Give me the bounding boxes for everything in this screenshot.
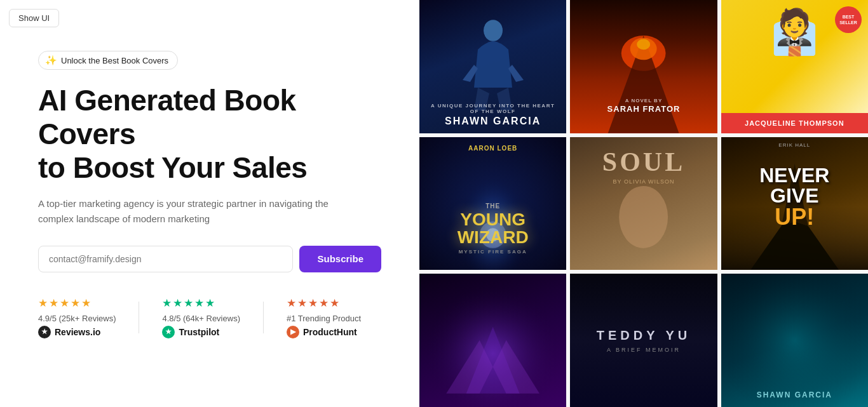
- book-cover-young-wizard: AARON LOEB THE YOUNGWIZARD MYSTIC FIRE S…: [419, 137, 566, 270]
- book-cover-sarah-frator: A NOVEL BY SARAH FRATOR: [570, 0, 717, 133]
- book-cover-teddy-yu: TEDDY YU A BRIEF MEMOIR: [570, 274, 717, 407]
- reviewsio-icon: ★: [38, 326, 51, 338]
- star-p4: ★: [319, 297, 329, 310]
- svg-rect-15: [728, 274, 861, 407]
- stars-trustpilot: ★ ★ ★ ★ ★: [162, 297, 240, 310]
- page-layout: ✨ Unlock the Best Book Covers AI Generat…: [0, 0, 868, 407]
- review-block-reviewsio: ★ ★ ★ ★ ★ 4.9/5 (25k+ Reviews) ★ Reviews…: [38, 297, 116, 338]
- cover-4-text: THE YOUNGWIZARD MYSTIC FIRE SAGA: [419, 195, 566, 262]
- sub-text: A top-tier marketing agency is your stra…: [38, 196, 356, 227]
- star-5: ★: [81, 297, 91, 310]
- reviews-row: ★ ★ ★ ★ ★ 4.9/5 (25k+ Reviews) ★ Reviews…: [38, 297, 381, 338]
- book-cover-shawn-garcia-1: A UNIQUE JOURNEY INTO THE HEART OF THE W…: [419, 0, 566, 133]
- star-p1: ★: [287, 297, 296, 310]
- star-2: ★: [49, 297, 58, 310]
- svg-point-8: [620, 186, 668, 248]
- main-heading: AI Generated Book Covers to Boost Your S…: [38, 84, 381, 185]
- star-4: ★: [71, 297, 80, 310]
- star-p3: ★: [308, 297, 318, 310]
- review-source-reviewsio: ★ Reviews.io: [38, 326, 116, 338]
- cover-3-text: JACQUELINE THOMPSON: [721, 113, 868, 133]
- review-source-trustpilot: ★ Trustpilot: [162, 326, 240, 338]
- badge-icon: ✨: [45, 55, 57, 66]
- cover-8-text: TEDDY YU A BRIEF MEMOIR: [570, 328, 717, 353]
- book-cover-purple-fantasy: [419, 274, 566, 407]
- star-p2: ★: [297, 297, 307, 310]
- review-score-trustpilot: 4.8/5 (64k+ Reviews): [162, 314, 240, 323]
- star-1: ★: [38, 297, 48, 310]
- cover-9-text: SHAWN GARCIA: [721, 390, 868, 399]
- review-source-producthunt: ▶ ProductHunt: [287, 326, 361, 338]
- book-cover-shawn-garcia-2: SHAWN GARCIA: [721, 274, 868, 407]
- review-score-reviewsio: 4.9/5 (25k+ Reviews): [38, 314, 116, 323]
- star-p5: ★: [330, 297, 339, 310]
- cover-2-text: A NOVEL BY SARAH FRATOR: [570, 91, 717, 120]
- badge-text: Unlock the Best Book Covers: [61, 56, 168, 65]
- email-row: Subscribe: [38, 246, 381, 272]
- star-t1: ★: [162, 297, 172, 310]
- divider-1: [139, 302, 139, 333]
- book-cover-never-give-up: ERIK HALL NEVERGIVE UP!: [721, 137, 868, 270]
- trustpilot-icon: ★: [162, 326, 175, 338]
- email-input[interactable]: [38, 246, 293, 272]
- review-block-trustpilot: ★ ★ ★ ★ ★ 4.8/5 (64k+ Reviews) ★ Trustpi…: [162, 297, 240, 338]
- stars-producthunt: ★ ★ ★ ★ ★: [287, 297, 361, 310]
- cover-4-author-top: AARON LOEB: [419, 145, 566, 152]
- best-seller-badge: BESTSELLER: [835, 6, 862, 33]
- show-ui-button[interactable]: Show UI: [9, 9, 59, 27]
- book-covers-grid: A UNIQUE JOURNEY INTO THE HEART OF THE W…: [419, 0, 868, 407]
- review-score-producthunt: #1 Trending Product: [287, 314, 361, 323]
- review-block-producthunt: ★ ★ ★ ★ ★ #1 Trending Product ▶ ProductH…: [287, 297, 361, 338]
- left-panel: ✨ Unlock the Best Book Covers AI Generat…: [0, 0, 419, 407]
- book-cover-jacqueline-thompson: BESTSELLER 🤵 JACQUELINE THOMPSON: [721, 0, 868, 133]
- divider-2: [263, 302, 264, 333]
- subscribe-button[interactable]: Subscribe: [299, 246, 381, 272]
- badge: ✨ Unlock the Best Book Covers: [38, 51, 178, 70]
- producthunt-icon: ▶: [287, 326, 299, 338]
- star-t5: ★: [205, 297, 215, 310]
- cover-1-text: A UNIQUE JOURNEY INTO THE HEART OF THE W…: [419, 97, 566, 133]
- cover-5-text: SOUL BY OLIVIA WILSON: [570, 147, 717, 185]
- star-t2: ★: [173, 297, 182, 310]
- svg-point-4: [637, 39, 651, 50]
- svg-point-0: [484, 20, 503, 41]
- star-3: ★: [60, 297, 69, 310]
- stars-reviewsio: ★ ★ ★ ★ ★: [38, 297, 116, 310]
- book-cover-soul: SOUL BY OLIVIA WILSON: [570, 137, 717, 270]
- star-t3: ★: [184, 297, 193, 310]
- cover-6-author: ERIK HALL: [721, 142, 868, 148]
- cover-6-text: NEVERGIVE UP!: [721, 165, 868, 229]
- star-t4: ★: [194, 297, 204, 310]
